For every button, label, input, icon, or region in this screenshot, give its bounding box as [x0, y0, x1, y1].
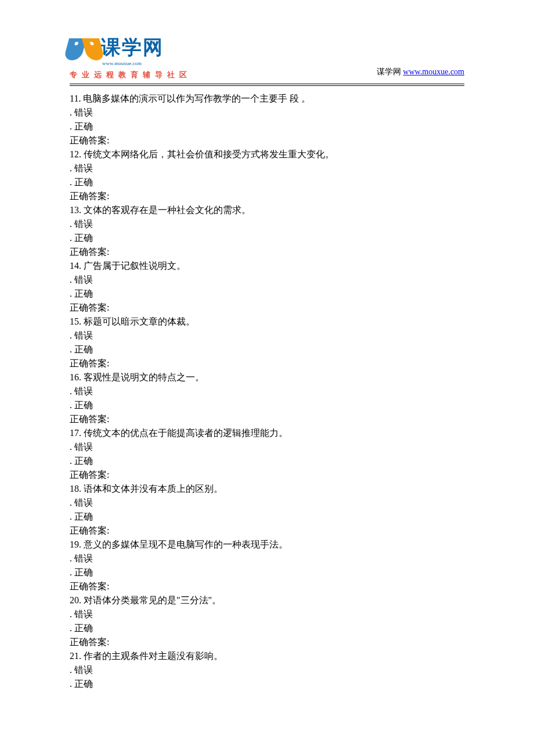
answer-label: 正确答案: — [70, 189, 464, 203]
question-text: 20. 对语体分类最常见的是"三分法"。 — [70, 593, 464, 607]
question-text: 19. 意义的多媒体呈现不是电脑写作的一种表现手法。 — [70, 538, 464, 552]
logo-title: 课学网 — [101, 33, 164, 62]
question-text: 12. 传统文本网络化后，其社会价值和接受方式将发生重大变化。 — [70, 147, 464, 161]
option-true: . 正确 — [70, 621, 464, 635]
question-list: 11. 电脑多媒体的演示可以作为写作教学的一个主要手 段 。. 错误. 正确正确… — [70, 92, 464, 691]
answer-label: 正确答案: — [70, 134, 464, 147]
option-false: . 错误 — [70, 106, 464, 120]
question-text: 21. 作者的主观条件对主题没有影响。 — [70, 649, 464, 663]
option-true: . 正确 — [70, 287, 464, 301]
page-header: 课学网 www.mouxue.com 专业远程教育辅导社区 谋学网 www.mo… — [70, 33, 464, 80]
question-text: 18. 语体和文体并没有本质上的区别。 — [70, 482, 464, 496]
question-text: 14. 广告属于记叙性说明文。 — [70, 259, 464, 273]
site-reference: 谋学网 www.mouxue.com — [377, 66, 464, 80]
site-link[interactable]: www.mouxue.com — [403, 67, 464, 76]
header-rule-top — [70, 84, 464, 84]
option-true: . 正确 — [70, 398, 464, 412]
logo-icon — [70, 38, 99, 62]
logo-block: 课学网 www.mouxue.com 专业远程教育辅导社区 — [70, 33, 192, 80]
answer-label: 正确答案: — [70, 412, 464, 426]
question-text: 13. 文体的客观存在是一种社会文化的需求。 — [70, 203, 464, 217]
header-rule-bottom — [70, 85, 464, 86]
answer-label: 正确答案: — [70, 468, 464, 482]
option-false: . 错误 — [70, 440, 464, 454]
option-false: . 错误 — [70, 273, 464, 287]
question-text: 16. 客观性是说明文的特点之一。 — [70, 370, 464, 384]
option-false: . 错误 — [70, 663, 464, 677]
option-true: . 正确 — [70, 566, 464, 579]
answer-label: 正确答案: — [70, 301, 464, 315]
answer-label: 正确答案: — [70, 524, 464, 538]
question-text: 11. 电脑多媒体的演示可以作为写作教学的一个主要手 段 。 — [70, 92, 464, 106]
option-false: . 错误 — [70, 329, 464, 343]
question-text: 17. 传统文本的优点在于能提高读者的逻辑推理能力。 — [70, 426, 464, 440]
option-false: . 错误 — [70, 217, 464, 231]
option-true: . 正确 — [70, 343, 464, 357]
logo-tagline: 专业远程教育辅导社区 — [70, 69, 192, 81]
question-text: 15. 标题可以暗示文章的体裁。 — [70, 315, 464, 329]
option-true: . 正确 — [70, 677, 464, 691]
option-false: . 错误 — [70, 496, 464, 510]
option-true: . 正确 — [70, 454, 464, 468]
answer-label: 正确答案: — [70, 357, 464, 370]
option-true: . 正确 — [70, 120, 464, 134]
option-false: . 错误 — [70, 607, 464, 621]
option-true: . 正确 — [70, 231, 464, 245]
answer-label: 正确答案: — [70, 635, 464, 649]
option-false: . 错误 — [70, 161, 464, 175]
site-label: 谋学网 — [377, 67, 401, 76]
option-true: . 正确 — [70, 175, 464, 189]
option-false: . 错误 — [70, 552, 464, 566]
option-true: . 正确 — [70, 510, 464, 524]
option-false: . 错误 — [70, 384, 464, 398]
answer-label: 正确答案: — [70, 579, 464, 593]
answer-label: 正确答案: — [70, 245, 464, 259]
